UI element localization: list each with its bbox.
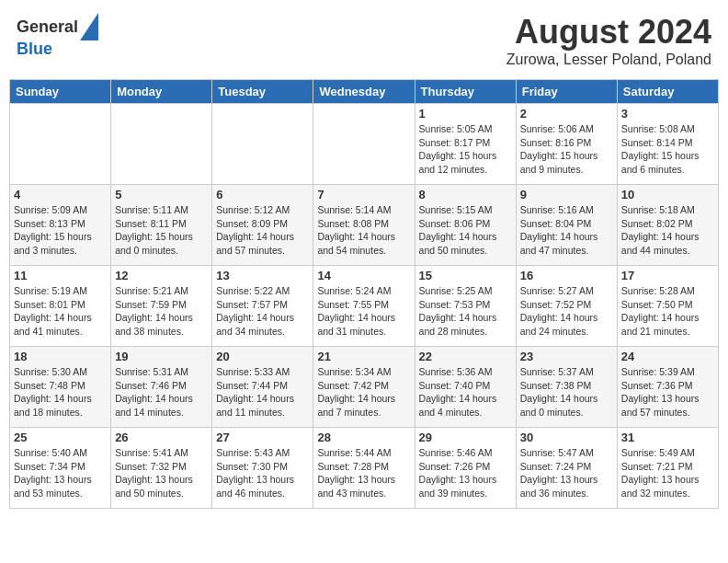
calendar-cell: 13Sunrise: 5:22 AM Sunset: 7:57 PM Dayli… xyxy=(212,266,313,347)
day-number: 6 xyxy=(216,188,309,201)
calendar-cell: 9Sunrise: 5:16 AM Sunset: 8:04 PM Daylig… xyxy=(516,185,617,266)
calendar-day-header: Tuesday xyxy=(212,80,313,104)
calendar-week-row: 11Sunrise: 5:19 AM Sunset: 8:01 PM Dayli… xyxy=(10,266,719,347)
day-info: Sunrise: 5:27 AM Sunset: 7:52 PM Dayligh… xyxy=(520,284,613,339)
calendar-day-header: Saturday xyxy=(617,80,718,104)
calendar-cell: 17Sunrise: 5:28 AM Sunset: 7:50 PM Dayli… xyxy=(617,266,718,347)
day-info: Sunrise: 5:06 AM Sunset: 8:16 PM Dayligh… xyxy=(520,122,613,177)
day-number: 23 xyxy=(520,350,613,363)
day-number: 1 xyxy=(419,107,512,121)
calendar-cell: 6Sunrise: 5:12 AM Sunset: 8:09 PM Daylig… xyxy=(212,185,313,266)
calendar-cell: 11Sunrise: 5:19 AM Sunset: 8:01 PM Dayli… xyxy=(10,266,111,347)
calendar-header-row: SundayMondayTuesdayWednesdayThursdayFrid… xyxy=(10,80,719,104)
calendar-cell: 27Sunrise: 5:43 AM Sunset: 7:30 PM Dayli… xyxy=(212,428,313,509)
calendar-day-header: Friday xyxy=(516,80,617,104)
calendar-cell xyxy=(10,104,111,185)
day-number: 17 xyxy=(621,269,714,282)
day-info: Sunrise: 5:37 AM Sunset: 7:38 PM Dayligh… xyxy=(520,365,613,419)
day-number: 10 xyxy=(621,188,714,201)
logo: General Blue xyxy=(17,13,98,57)
day-number: 26 xyxy=(115,431,208,444)
day-info: Sunrise: 5:44 AM Sunset: 7:28 PM Dayligh… xyxy=(317,446,410,500)
day-info: Sunrise: 5:39 AM Sunset: 7:36 PM Dayligh… xyxy=(621,365,714,419)
day-number: 27 xyxy=(216,431,309,444)
day-info: Sunrise: 5:36 AM Sunset: 7:40 PM Dayligh… xyxy=(419,365,512,419)
calendar-cell: 28Sunrise: 5:44 AM Sunset: 7:28 PM Dayli… xyxy=(313,428,415,509)
day-info: Sunrise: 5:43 AM Sunset: 7:30 PM Dayligh… xyxy=(216,446,309,500)
calendar-cell xyxy=(111,104,212,185)
calendar-cell: 22Sunrise: 5:36 AM Sunset: 7:40 PM Dayli… xyxy=(415,347,516,428)
day-info: Sunrise: 5:28 AM Sunset: 7:50 PM Dayligh… xyxy=(621,284,714,339)
day-number: 13 xyxy=(216,269,309,282)
calendar-cell: 29Sunrise: 5:46 AM Sunset: 7:26 PM Dayli… xyxy=(415,428,516,509)
calendar-cell: 15Sunrise: 5:25 AM Sunset: 7:53 PM Dayli… xyxy=(415,266,516,347)
calendar-cell: 3Sunrise: 5:08 AM Sunset: 8:14 PM Daylig… xyxy=(617,104,718,185)
day-number: 7 xyxy=(317,188,410,201)
calendar-day-header: Thursday xyxy=(415,80,516,104)
calendar-table: SundayMondayTuesdayWednesdayThursdayFrid… xyxy=(9,79,719,509)
logo-blue-text: Blue xyxy=(17,40,98,57)
calendar-day-header: Monday xyxy=(111,80,212,104)
calendar-cell: 16Sunrise: 5:27 AM Sunset: 7:52 PM Dayli… xyxy=(516,266,617,347)
day-info: Sunrise: 5:08 AM Sunset: 8:14 PM Dayligh… xyxy=(621,122,714,177)
day-number: 30 xyxy=(520,431,613,444)
day-number: 22 xyxy=(419,350,512,363)
calendar-cell: 31Sunrise: 5:49 AM Sunset: 7:21 PM Dayli… xyxy=(617,428,718,509)
calendar-day-header: Wednesday xyxy=(313,80,415,104)
day-number: 28 xyxy=(317,431,410,444)
calendar-cell: 14Sunrise: 5:24 AM Sunset: 7:55 PM Dayli… xyxy=(313,266,415,347)
calendar-week-row: 4Sunrise: 5:09 AM Sunset: 8:13 PM Daylig… xyxy=(10,185,719,266)
calendar-cell: 5Sunrise: 5:11 AM Sunset: 8:11 PM Daylig… xyxy=(111,185,212,266)
day-number: 8 xyxy=(419,188,512,201)
calendar-day-header: Sunday xyxy=(10,80,111,104)
day-info: Sunrise: 5:31 AM Sunset: 7:46 PM Dayligh… xyxy=(115,365,208,419)
calendar-cell xyxy=(313,104,415,185)
day-info: Sunrise: 5:24 AM Sunset: 7:55 PM Dayligh… xyxy=(317,284,410,339)
day-number: 9 xyxy=(520,188,613,201)
day-info: Sunrise: 5:40 AM Sunset: 7:34 PM Dayligh… xyxy=(14,446,107,500)
day-info: Sunrise: 5:18 AM Sunset: 8:02 PM Dayligh… xyxy=(621,203,714,258)
day-number: 3 xyxy=(621,107,714,121)
calendar-week-row: 25Sunrise: 5:40 AM Sunset: 7:34 PM Dayli… xyxy=(10,428,719,509)
day-number: 19 xyxy=(115,350,208,363)
calendar-cell: 20Sunrise: 5:33 AM Sunset: 7:44 PM Dayli… xyxy=(212,347,313,428)
day-number: 2 xyxy=(520,107,613,121)
day-info: Sunrise: 5:15 AM Sunset: 8:06 PM Dayligh… xyxy=(419,203,512,258)
calendar-cell: 1Sunrise: 5:05 AM Sunset: 8:17 PM Daylig… xyxy=(415,104,516,185)
logo-triangle-icon xyxy=(80,13,98,40)
calendar-cell: 4Sunrise: 5:09 AM Sunset: 8:13 PM Daylig… xyxy=(10,185,111,266)
day-info: Sunrise: 5:05 AM Sunset: 8:17 PM Dayligh… xyxy=(419,122,512,177)
calendar-cell: 7Sunrise: 5:14 AM Sunset: 8:08 PM Daylig… xyxy=(313,185,415,266)
day-number: 29 xyxy=(419,431,512,444)
day-info: Sunrise: 5:21 AM Sunset: 7:59 PM Dayligh… xyxy=(115,284,208,339)
day-number: 15 xyxy=(419,269,512,282)
day-info: Sunrise: 5:11 AM Sunset: 8:11 PM Dayligh… xyxy=(115,203,208,258)
calendar-cell: 21Sunrise: 5:34 AM Sunset: 7:42 PM Dayli… xyxy=(313,347,415,428)
calendar-cell: 24Sunrise: 5:39 AM Sunset: 7:36 PM Dayli… xyxy=(617,347,718,428)
day-number: 11 xyxy=(14,269,107,282)
day-info: Sunrise: 5:14 AM Sunset: 8:08 PM Dayligh… xyxy=(317,203,410,258)
day-info: Sunrise: 5:34 AM Sunset: 7:42 PM Dayligh… xyxy=(317,365,410,419)
calendar-cell: 23Sunrise: 5:37 AM Sunset: 7:38 PM Dayli… xyxy=(516,347,617,428)
day-info: Sunrise: 5:49 AM Sunset: 7:21 PM Dayligh… xyxy=(621,446,714,500)
day-info: Sunrise: 5:22 AM Sunset: 7:57 PM Dayligh… xyxy=(216,284,309,339)
day-number: 24 xyxy=(621,350,714,363)
calendar-cell: 8Sunrise: 5:15 AM Sunset: 8:06 PM Daylig… xyxy=(415,185,516,266)
svg-marker-0 xyxy=(80,13,98,40)
day-info: Sunrise: 5:47 AM Sunset: 7:24 PM Dayligh… xyxy=(520,446,613,500)
calendar-cell: 25Sunrise: 5:40 AM Sunset: 7:34 PM Dayli… xyxy=(10,428,111,509)
calendar-cell: 10Sunrise: 5:18 AM Sunset: 8:02 PM Dayli… xyxy=(617,185,718,266)
calendar-cell: 19Sunrise: 5:31 AM Sunset: 7:46 PM Dayli… xyxy=(111,347,212,428)
logo-general-text: General xyxy=(17,18,78,35)
day-number: 31 xyxy=(621,431,714,444)
day-number: 25 xyxy=(14,431,107,444)
day-number: 4 xyxy=(14,188,107,201)
day-info: Sunrise: 5:25 AM Sunset: 7:53 PM Dayligh… xyxy=(419,284,512,339)
calendar-week-row: 1Sunrise: 5:05 AM Sunset: 8:17 PM Daylig… xyxy=(10,104,719,185)
calendar-cell: 2Sunrise: 5:06 AM Sunset: 8:16 PM Daylig… xyxy=(516,104,617,185)
day-info: Sunrise: 5:30 AM Sunset: 7:48 PM Dayligh… xyxy=(14,365,107,419)
month-title: August 2024 xyxy=(506,13,711,52)
day-number: 5 xyxy=(115,188,208,201)
calendar-cell: 18Sunrise: 5:30 AM Sunset: 7:48 PM Dayli… xyxy=(10,347,111,428)
title-area: August 2024 Zurowa, Lesser Poland, Polan… xyxy=(506,13,711,68)
